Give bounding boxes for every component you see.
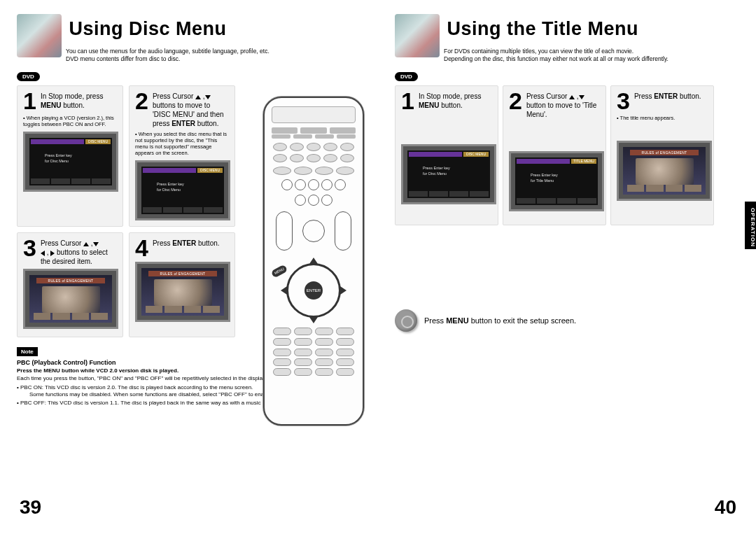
step-2: 2 Press Cursor , buttons to move to 'DIS… [129, 85, 235, 227]
step-instruction: Press ENTER button. [634, 92, 701, 101]
title-text: Using the Title Menu [447, 18, 638, 40]
step-2: 2 Press Cursor , button to move to 'Titl… [503, 85, 606, 225]
intro-line-2: Depending on the disc, this function may… [444, 55, 731, 63]
page-title: Using the Title Menu [447, 18, 638, 40]
step-instruction: Press Cursor , button to move to 'Title … [526, 92, 600, 119]
tv-screenshot-movie: RULES of ENGAGEMENT [23, 269, 118, 329]
note-badge: Note [17, 347, 38, 356]
volume-rocker [276, 211, 293, 251]
step-number: 1 [401, 90, 414, 112]
right-arrow-icon [50, 251, 55, 256]
step-1: 1 In Stop mode, press MENU button. DISC … [395, 85, 498, 225]
section-tab: OPERATION [745, 202, 756, 249]
step-3: 3 Press Cursor , , buttons to select the… [17, 232, 123, 337]
page-number: 39 [20, 496, 41, 519]
tip-text: Press MENU button to exit the setup scre… [424, 316, 576, 325]
step-3: 3 Press ENTER button. The title menu app… [610, 85, 714, 225]
channel-rocker [335, 211, 351, 251]
dpad-up-icon [309, 258, 318, 264]
dpad-down-icon [309, 317, 318, 323]
dpad-left-icon [281, 286, 287, 295]
tv-screenshot-movie: RULES of ENGAGEMENT [135, 262, 230, 322]
page-number: 40 [715, 496, 736, 519]
intro-line-1: For DVDs containing multiple titles, you… [444, 48, 731, 55]
exit-tip: Press MENU button to exit the setup scre… [395, 309, 743, 332]
step-number: 1 [23, 90, 36, 112]
step-instruction: In Stop mode, press MENU button. [419, 92, 492, 110]
left-arrow-icon [41, 251, 45, 256]
step-note: When playing a VCD (version 2.), this to… [23, 115, 117, 127]
step-instruction: Press ENTER button. [153, 239, 220, 248]
down-arrow-icon [93, 242, 99, 246]
page-title: Using Disc Menu [69, 18, 226, 40]
step-4: 4 Press ENTER button. RULES of ENGAGEMEN… [129, 232, 235, 337]
tv-screenshot: DISC MENUPress Enter keyfor Disc Menu [23, 132, 118, 192]
step-number: 4 [135, 237, 148, 259]
mute-button [302, 220, 325, 242]
enter-button: ENTER [304, 281, 323, 300]
step-number: 2 [135, 90, 148, 112]
step-note: When you select the disc menu that is no… [135, 131, 229, 156]
tv-screenshot: DISC MENUPress Enter keyfor Disc Menu [135, 160, 230, 220]
tv-screenshot: TITLE MENUPress Enter keyfor Title Menu [509, 151, 604, 211]
step-instruction: Press Cursor , buttons to move to 'DISC … [153, 92, 229, 128]
step-number: 3 [23, 237, 36, 259]
step-instruction: Press Cursor , , buttons to select the d… [41, 239, 117, 266]
tv-screenshot-movie: RULES of ENGAGEMENT [617, 141, 712, 201]
dpad-right-icon [340, 286, 346, 295]
dpad: ENTER [281, 258, 346, 323]
intro-text: For DVDs containing multiple titles, you… [444, 48, 731, 62]
down-arrow-icon [205, 95, 211, 99]
step-1: 1 In Stop mode, press MENU button. When … [17, 85, 123, 227]
step-note: The title menu appears. [617, 115, 708, 121]
button-icon [395, 309, 417, 332]
decorative-header-image [395, 14, 440, 57]
tv-screenshot: DISC MENUPress Enter keyfor Disc Menu [401, 144, 496, 204]
remote-control-illustration: MENU ENTER [263, 97, 364, 426]
up-arrow-icon [569, 95, 575, 99]
dvd-badge: DVD [17, 72, 40, 81]
up-arrow-icon [83, 242, 89, 246]
dvd-badge: DVD [395, 72, 418, 81]
page-right: Using the Title Menu For DVDs containing… [378, 0, 756, 534]
title-text: Using Disc Menu [69, 18, 226, 40]
down-arrow-icon [579, 95, 584, 99]
steps-grid-left: 1 In Stop mode, press MENU button. When … [17, 85, 241, 337]
step-number: 3 [617, 90, 630, 112]
step-number: 2 [509, 90, 522, 112]
intro-line-1: You can use the menus for the audio lang… [66, 48, 353, 55]
step-instruction: In Stop mode, press MENU button. [41, 92, 117, 110]
decorative-header-image [17, 14, 62, 57]
up-arrow-icon [195, 95, 201, 99]
steps-grid-right: 1 In Stop mode, press MENU button. DISC … [395, 85, 743, 225]
